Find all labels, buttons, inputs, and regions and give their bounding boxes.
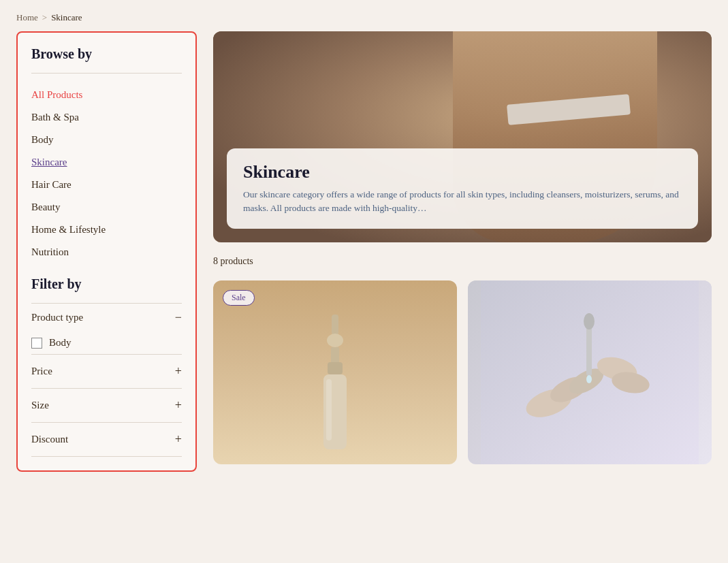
filter-product-type-option-body: Body	[31, 332, 182, 354]
svg-point-13	[584, 313, 595, 329]
filter-price-expand-icon: +	[175, 364, 182, 379]
breadcrumb: Home > Skincare	[0, 0, 728, 31]
svg-rect-2	[331, 347, 339, 364]
product-card-2[interactable]: Best Seller	[468, 280, 712, 464]
sidebar-item-beauty[interactable]: Beauty	[31, 197, 182, 218]
breadcrumb-current: Skincare	[51, 12, 82, 23]
dropper-bottle-icon	[311, 315, 359, 457]
filter-body-checkbox[interactable]	[31, 338, 42, 349]
svg-point-1	[327, 334, 343, 347]
svg-point-14	[586, 375, 592, 383]
sidebar-item-nutrition[interactable]: Nutrition	[31, 242, 182, 263]
filter-discount[interactable]: Discount +	[31, 422, 182, 457]
sidebar-item-home-lifestyle[interactable]: Home & Lifestyle	[31, 219, 182, 240]
products-count: 8 products	[213, 253, 712, 270]
hands-visual	[468, 280, 712, 464]
hero-description: Our skincare category offers a wide rang…	[243, 188, 682, 216]
filter-price-label: Price	[31, 366, 52, 377]
filter-discount-expand-icon: +	[175, 432, 182, 447]
filter-price[interactable]: Price +	[31, 354, 182, 388]
sidebar: Browse by All Products Bath & Spa Body S…	[16, 31, 197, 472]
breadcrumb-home[interactable]: Home	[16, 12, 38, 23]
main-content: Skincare Our skincare category offers a …	[213, 31, 712, 472]
product-card-1[interactable]: Sale	[213, 280, 457, 464]
products-grid: Sale	[213, 280, 712, 464]
sidebar-item-body[interactable]: Body	[31, 129, 182, 150]
filter-product-type-collapse-icon: −	[175, 310, 182, 325]
sidebar-item-all-products[interactable]: All Products	[31, 84, 182, 106]
hero-image: Skincare Our skincare category offers a …	[213, 31, 712, 242]
filter-by-title: Filter by	[31, 276, 182, 292]
filter-size[interactable]: Size +	[31, 388, 182, 422]
svg-rect-3	[328, 362, 343, 374]
breadcrumb-separator: >	[42, 12, 47, 23]
filter-body-label: Body	[49, 337, 72, 349]
browse-by-title: Browse by	[31, 46, 182, 62]
hero-text-card: Skincare Our skincare category offers a …	[227, 148, 698, 229]
svg-rect-0	[332, 315, 338, 335]
hands-dropper-icon	[468, 280, 712, 464]
svg-rect-5	[326, 379, 332, 440]
sidebar-nav: All Products Bath & Spa Body Skincare Ha…	[31, 84, 182, 263]
main-layout: Browse by All Products Bath & Spa Body S…	[0, 31, 728, 488]
filter-product-type-label: Product type	[31, 312, 83, 323]
product-badge-1: Sale	[223, 290, 255, 306]
filter-size-expand-icon: +	[175, 398, 182, 413]
sidebar-item-skincare[interactable]: Skincare	[31, 152, 182, 173]
sidebar-divider-1	[31, 73, 182, 74]
sidebar-item-bath-spa[interactable]: Bath & Spa	[31, 107, 182, 128]
hero-title: Skincare	[243, 162, 682, 182]
filter-size-label: Size	[31, 400, 49, 411]
sidebar-item-hair-care[interactable]: Hair Care	[31, 174, 182, 195]
filter-product-type: Product type − Body	[31, 303, 182, 354]
bottle-visual	[213, 280, 457, 464]
filter-product-type-header[interactable]: Product type −	[31, 310, 182, 332]
filter-discount-label: Discount	[31, 434, 68, 445]
